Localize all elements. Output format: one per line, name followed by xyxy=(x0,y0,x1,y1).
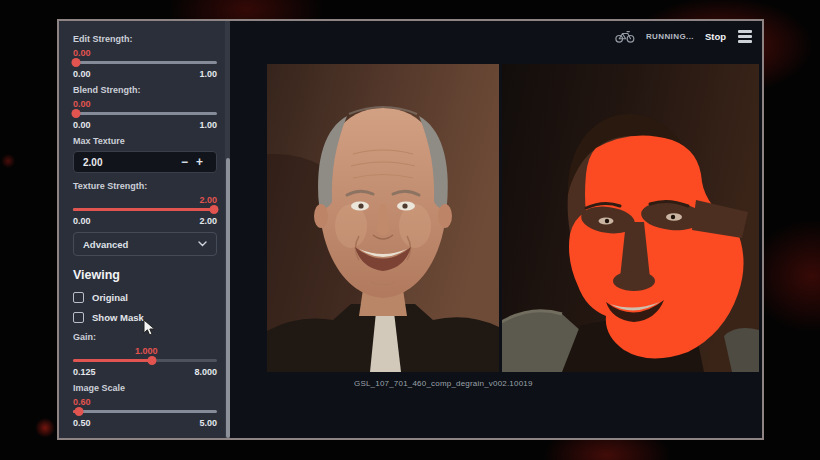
mouse-cursor-icon xyxy=(143,319,156,337)
masked-face-image xyxy=(502,64,759,372)
app-window: Edit Strength: 0.00 0.00 1.00 Blend Stre… xyxy=(57,19,764,440)
blend-strength-value: 0.00 xyxy=(73,99,91,109)
blend-strength-slider: Blend Strength: 0.00 0.00 1.00 xyxy=(73,85,217,130)
edit-strength-slider: Edit Strength: 0.00 0.00 1.00 xyxy=(73,34,217,79)
edit-strength-value: 0.00 xyxy=(73,48,91,58)
texture-strength-value: 2.00 xyxy=(199,195,217,205)
original-checkbox[interactable] xyxy=(73,292,84,303)
original-checkbox-label: Original xyxy=(92,292,128,303)
bicycle-spinner-icon xyxy=(615,30,635,43)
texture-strength-slider: Texture Strength: 2.00 0.00 2.00 xyxy=(73,181,217,226)
max-texture-field: Max Texture 2.00 − + xyxy=(73,136,217,173)
blend-strength-max: 1.00 xyxy=(199,120,217,130)
blend-strength-track[interactable] xyxy=(73,112,217,115)
max-texture-label: Max Texture xyxy=(73,136,217,147)
show-mask-checkbox-label: Show Mask xyxy=(92,312,144,323)
chevron-down-icon xyxy=(198,241,207,247)
gain-max: 8.000 xyxy=(194,367,217,377)
max-texture-input[interactable]: 2.00 − + xyxy=(73,151,217,173)
frame-caption: GSL_107_701_460_comp_degrain_v002.10019 xyxy=(267,379,759,388)
edit-strength-track[interactable] xyxy=(73,61,217,64)
texture-strength-track[interactable] xyxy=(73,208,217,211)
edit-strength-label: Edit Strength: xyxy=(73,34,217,45)
source-face-image xyxy=(267,64,499,372)
max-texture-value[interactable]: 2.00 xyxy=(83,157,102,168)
image-scale-track[interactable] xyxy=(73,410,217,413)
viewing-section-heading: Viewing xyxy=(73,268,217,282)
stop-button[interactable]: Stop xyxy=(705,31,726,42)
texture-strength-min: 0.00 xyxy=(73,216,91,226)
original-checkbox-row[interactable]: Original xyxy=(73,292,217,303)
image-scale-min: 0.50 xyxy=(73,418,91,428)
texture-strength-label: Texture Strength: xyxy=(73,181,217,192)
image-viewer: GSL_107_701_460_comp_degrain_v002.10019 xyxy=(267,64,759,388)
viewer-area: RUNNING... Stop xyxy=(230,21,762,438)
gain-slider: Gain: 1.000 0.125 8.000 xyxy=(73,332,217,377)
image-scale-slider: Image Scale 0.60 0.50 5.00 xyxy=(73,383,217,428)
controls-sidebar: Edit Strength: 0.00 0.00 1.00 Blend Stre… xyxy=(59,21,230,438)
image-scale-value: 0.60 xyxy=(73,397,91,407)
gain-knob[interactable] xyxy=(148,356,157,365)
texture-strength-knob[interactable] xyxy=(210,205,219,214)
blend-strength-min: 0.00 xyxy=(73,120,91,130)
image-scale-max: 5.00 xyxy=(199,418,217,428)
edit-strength-min: 0.00 xyxy=(73,69,91,79)
hamburger-menu-icon[interactable] xyxy=(737,28,753,45)
image-scale-label: Image Scale xyxy=(73,383,217,394)
topbar: RUNNING... Stop xyxy=(615,28,753,45)
edit-strength-knob[interactable] xyxy=(71,58,80,67)
gain-value: 1.000 xyxy=(135,346,158,356)
edit-strength-max: 1.00 xyxy=(199,69,217,79)
advanced-dropdown[interactable]: Advanced xyxy=(73,232,217,256)
gain-track[interactable] xyxy=(73,359,217,362)
image-scale-knob[interactable] xyxy=(74,407,83,416)
gain-min: 0.125 xyxy=(73,367,96,377)
advanced-dropdown-label: Advanced xyxy=(83,239,128,250)
show-mask-checkbox[interactable] xyxy=(73,312,84,323)
blend-strength-knob[interactable] xyxy=(71,109,80,118)
texture-strength-max: 2.00 xyxy=(199,216,217,226)
max-texture-increment-button[interactable]: + xyxy=(192,155,207,169)
blend-strength-label: Blend Strength: xyxy=(73,85,217,96)
max-texture-decrement-button[interactable]: − xyxy=(177,155,192,169)
status-text: RUNNING... xyxy=(646,32,694,41)
